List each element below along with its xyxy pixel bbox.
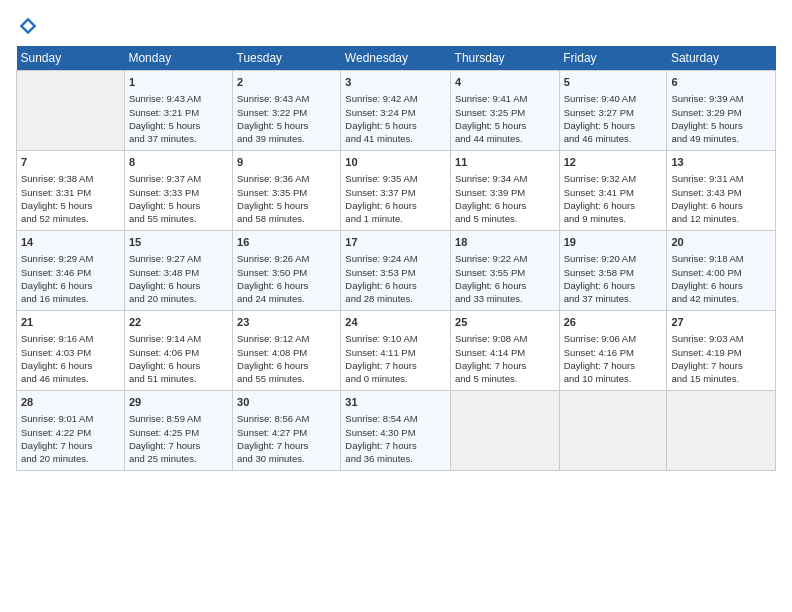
calendar-cell: 13Sunrise: 9:31 AM Sunset: 3:43 PM Dayli… xyxy=(667,151,776,231)
week-row-4: 21Sunrise: 9:16 AM Sunset: 4:03 PM Dayli… xyxy=(17,311,776,391)
day-number: 15 xyxy=(129,235,228,250)
header xyxy=(16,16,776,36)
day-number: 12 xyxy=(564,155,663,170)
calendar-cell xyxy=(667,391,776,471)
day-info: Sunrise: 9:41 AM Sunset: 3:25 PM Dayligh… xyxy=(455,92,555,145)
day-info: Sunrise: 9:43 AM Sunset: 3:21 PM Dayligh… xyxy=(129,92,228,145)
day-info: Sunrise: 8:54 AM Sunset: 4:30 PM Dayligh… xyxy=(345,412,446,465)
day-number: 31 xyxy=(345,395,446,410)
day-info: Sunrise: 9:36 AM Sunset: 3:35 PM Dayligh… xyxy=(237,172,336,225)
day-number: 26 xyxy=(564,315,663,330)
col-header-friday: Friday xyxy=(559,46,667,71)
day-number: 2 xyxy=(237,75,336,90)
week-row-3: 14Sunrise: 9:29 AM Sunset: 3:46 PM Dayli… xyxy=(17,231,776,311)
calendar-cell xyxy=(559,391,667,471)
day-info: Sunrise: 9:10 AM Sunset: 4:11 PM Dayligh… xyxy=(345,332,446,385)
calendar-cell: 30Sunrise: 8:56 AM Sunset: 4:27 PM Dayli… xyxy=(233,391,341,471)
day-number: 20 xyxy=(671,235,771,250)
day-info: Sunrise: 9:20 AM Sunset: 3:58 PM Dayligh… xyxy=(564,252,663,305)
calendar-cell: 25Sunrise: 9:08 AM Sunset: 4:14 PM Dayli… xyxy=(451,311,560,391)
day-number: 13 xyxy=(671,155,771,170)
calendar-cell: 21Sunrise: 9:16 AM Sunset: 4:03 PM Dayli… xyxy=(17,311,125,391)
col-header-wednesday: Wednesday xyxy=(341,46,451,71)
calendar-cell: 29Sunrise: 8:59 AM Sunset: 4:25 PM Dayli… xyxy=(124,391,232,471)
logo xyxy=(16,16,38,36)
calendar-cell: 3Sunrise: 9:42 AM Sunset: 3:24 PM Daylig… xyxy=(341,71,451,151)
calendar-cell: 28Sunrise: 9:01 AM Sunset: 4:22 PM Dayli… xyxy=(17,391,125,471)
calendar-cell: 24Sunrise: 9:10 AM Sunset: 4:11 PM Dayli… xyxy=(341,311,451,391)
day-info: Sunrise: 9:18 AM Sunset: 4:00 PM Dayligh… xyxy=(671,252,771,305)
week-row-1: 1Sunrise: 9:43 AM Sunset: 3:21 PM Daylig… xyxy=(17,71,776,151)
day-info: Sunrise: 9:34 AM Sunset: 3:39 PM Dayligh… xyxy=(455,172,555,225)
day-number: 3 xyxy=(345,75,446,90)
day-info: Sunrise: 9:31 AM Sunset: 3:43 PM Dayligh… xyxy=(671,172,771,225)
calendar-header: SundayMondayTuesdayWednesdayThursdayFrid… xyxy=(17,46,776,71)
calendar-cell: 31Sunrise: 8:54 AM Sunset: 4:30 PM Dayli… xyxy=(341,391,451,471)
calendar-cell: 4Sunrise: 9:41 AM Sunset: 3:25 PM Daylig… xyxy=(451,71,560,151)
day-info: Sunrise: 9:27 AM Sunset: 3:48 PM Dayligh… xyxy=(129,252,228,305)
day-info: Sunrise: 9:12 AM Sunset: 4:08 PM Dayligh… xyxy=(237,332,336,385)
day-number: 9 xyxy=(237,155,336,170)
day-info: Sunrise: 9:26 AM Sunset: 3:50 PM Dayligh… xyxy=(237,252,336,305)
day-number: 8 xyxy=(129,155,228,170)
day-number: 27 xyxy=(671,315,771,330)
col-header-tuesday: Tuesday xyxy=(233,46,341,71)
calendar-cell: 7Sunrise: 9:38 AM Sunset: 3:31 PM Daylig… xyxy=(17,151,125,231)
day-number: 18 xyxy=(455,235,555,250)
calendar-cell: 5Sunrise: 9:40 AM Sunset: 3:27 PM Daylig… xyxy=(559,71,667,151)
day-number: 1 xyxy=(129,75,228,90)
day-number: 29 xyxy=(129,395,228,410)
week-row-5: 28Sunrise: 9:01 AM Sunset: 4:22 PM Dayli… xyxy=(17,391,776,471)
col-header-sunday: Sunday xyxy=(17,46,125,71)
logo-icon xyxy=(18,16,38,36)
day-info: Sunrise: 9:01 AM Sunset: 4:22 PM Dayligh… xyxy=(21,412,120,465)
day-info: Sunrise: 9:40 AM Sunset: 3:27 PM Dayligh… xyxy=(564,92,663,145)
day-number: 5 xyxy=(564,75,663,90)
day-info: Sunrise: 8:56 AM Sunset: 4:27 PM Dayligh… xyxy=(237,412,336,465)
day-info: Sunrise: 9:37 AM Sunset: 3:33 PM Dayligh… xyxy=(129,172,228,225)
day-info: Sunrise: 9:35 AM Sunset: 3:37 PM Dayligh… xyxy=(345,172,446,225)
calendar-table: SundayMondayTuesdayWednesdayThursdayFrid… xyxy=(16,46,776,471)
calendar-cell: 26Sunrise: 9:06 AM Sunset: 4:16 PM Dayli… xyxy=(559,311,667,391)
day-info: Sunrise: 9:38 AM Sunset: 3:31 PM Dayligh… xyxy=(21,172,120,225)
calendar-cell: 23Sunrise: 9:12 AM Sunset: 4:08 PM Dayli… xyxy=(233,311,341,391)
day-info: Sunrise: 9:24 AM Sunset: 3:53 PM Dayligh… xyxy=(345,252,446,305)
main-container: SundayMondayTuesdayWednesdayThursdayFrid… xyxy=(0,0,792,481)
day-info: Sunrise: 9:03 AM Sunset: 4:19 PM Dayligh… xyxy=(671,332,771,385)
calendar-cell: 17Sunrise: 9:24 AM Sunset: 3:53 PM Dayli… xyxy=(341,231,451,311)
week-row-2: 7Sunrise: 9:38 AM Sunset: 3:31 PM Daylig… xyxy=(17,151,776,231)
calendar-cell xyxy=(17,71,125,151)
calendar-cell: 1Sunrise: 9:43 AM Sunset: 3:21 PM Daylig… xyxy=(124,71,232,151)
day-info: Sunrise: 9:14 AM Sunset: 4:06 PM Dayligh… xyxy=(129,332,228,385)
calendar-cell: 6Sunrise: 9:39 AM Sunset: 3:29 PM Daylig… xyxy=(667,71,776,151)
day-number: 10 xyxy=(345,155,446,170)
col-header-saturday: Saturday xyxy=(667,46,776,71)
day-info: Sunrise: 8:59 AM Sunset: 4:25 PM Dayligh… xyxy=(129,412,228,465)
calendar-cell: 10Sunrise: 9:35 AM Sunset: 3:37 PM Dayli… xyxy=(341,151,451,231)
day-number: 30 xyxy=(237,395,336,410)
calendar-cell xyxy=(451,391,560,471)
calendar-cell: 9Sunrise: 9:36 AM Sunset: 3:35 PM Daylig… xyxy=(233,151,341,231)
day-number: 28 xyxy=(21,395,120,410)
calendar-cell: 16Sunrise: 9:26 AM Sunset: 3:50 PM Dayli… xyxy=(233,231,341,311)
day-number: 7 xyxy=(21,155,120,170)
calendar-body: 1Sunrise: 9:43 AM Sunset: 3:21 PM Daylig… xyxy=(17,71,776,471)
day-number: 24 xyxy=(345,315,446,330)
col-header-thursday: Thursday xyxy=(451,46,560,71)
calendar-cell: 20Sunrise: 9:18 AM Sunset: 4:00 PM Dayli… xyxy=(667,231,776,311)
calendar-cell: 8Sunrise: 9:37 AM Sunset: 3:33 PM Daylig… xyxy=(124,151,232,231)
day-info: Sunrise: 9:42 AM Sunset: 3:24 PM Dayligh… xyxy=(345,92,446,145)
calendar-cell: 11Sunrise: 9:34 AM Sunset: 3:39 PM Dayli… xyxy=(451,151,560,231)
col-header-monday: Monday xyxy=(124,46,232,71)
calendar-cell: 22Sunrise: 9:14 AM Sunset: 4:06 PM Dayli… xyxy=(124,311,232,391)
day-info: Sunrise: 9:08 AM Sunset: 4:14 PM Dayligh… xyxy=(455,332,555,385)
day-info: Sunrise: 9:39 AM Sunset: 3:29 PM Dayligh… xyxy=(671,92,771,145)
day-number: 6 xyxy=(671,75,771,90)
day-info: Sunrise: 9:16 AM Sunset: 4:03 PM Dayligh… xyxy=(21,332,120,385)
day-number: 4 xyxy=(455,75,555,90)
day-number: 14 xyxy=(21,235,120,250)
day-number: 21 xyxy=(21,315,120,330)
day-info: Sunrise: 9:43 AM Sunset: 3:22 PM Dayligh… xyxy=(237,92,336,145)
day-number: 23 xyxy=(237,315,336,330)
header-row: SundayMondayTuesdayWednesdayThursdayFrid… xyxy=(17,46,776,71)
